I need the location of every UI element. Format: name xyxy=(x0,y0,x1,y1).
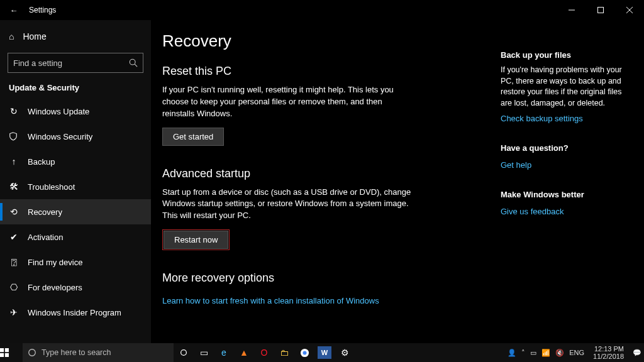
sidebar-item-troubleshoot[interactable]: 🛠 Troubleshoot xyxy=(0,174,151,199)
maximize-button[interactable] xyxy=(586,0,615,20)
sidebar-home-label: Home xyxy=(23,31,46,41)
taskbar: Type here to search ▭ e ▲ O 🗀 W ⚙ 👤 ˄ ▭ … xyxy=(0,343,644,362)
svg-point-10 xyxy=(29,349,36,356)
taskbar-search[interactable]: Type here to search xyxy=(23,343,174,362)
sidebar-item-backup[interactable]: ↑ Backup xyxy=(0,149,151,174)
page-title: Recovery xyxy=(162,31,464,51)
get-help-link[interactable]: Get help xyxy=(501,160,531,170)
task-view-icon[interactable]: ▭ xyxy=(194,343,214,362)
sidebar-item-label: Backup xyxy=(28,157,55,167)
volume-icon[interactable]: 🔇 xyxy=(555,349,564,357)
backup-icon: ↑ xyxy=(9,156,19,167)
action-center-icon[interactable]: 💬 xyxy=(633,349,641,357)
svg-point-11 xyxy=(181,350,187,356)
explorer-icon[interactable]: 🗀 xyxy=(274,343,294,362)
advanced-desc: Start up from a device or disc (such as … xyxy=(162,187,414,222)
sidebar: ⌂ Home Find a setting Update & Security … xyxy=(0,20,151,343)
close-button[interactable] xyxy=(615,0,644,20)
search-icon xyxy=(129,58,138,67)
backup-link[interactable]: Check backup settings xyxy=(501,114,583,123)
sidebar-item-for-developers[interactable]: ⎔ For developers xyxy=(0,275,151,300)
feedback-link[interactable]: Give us feedback xyxy=(501,207,564,216)
back-button[interactable]: ← xyxy=(6,6,21,15)
sidebar-item-recovery[interactable]: ⟲ Recovery xyxy=(0,199,151,224)
titlebar: ← Settings xyxy=(0,0,644,20)
word-icon[interactable]: W xyxy=(318,346,331,359)
home-icon: ⌂ xyxy=(9,31,14,41)
sidebar-item-windows-security[interactable]: Windows Security xyxy=(0,124,151,149)
sidebar-item-label: Windows Security xyxy=(28,132,92,141)
cortana-mic-icon[interactable] xyxy=(174,343,194,362)
vlc-icon[interactable]: ▲ xyxy=(234,343,254,362)
feedback-title: Make Windows better xyxy=(501,190,633,199)
chrome-icon[interactable] xyxy=(294,343,314,362)
sidebar-item-label: Recovery xyxy=(28,207,62,217)
right-column: Back up your files If you're having prob… xyxy=(501,31,633,343)
language-indicator[interactable]: ENG xyxy=(569,349,584,356)
sidebar-item-label: For developers xyxy=(28,283,82,292)
restart-now-button[interactable]: Restart now xyxy=(164,231,228,249)
wrench-icon: 🛠 xyxy=(9,182,19,192)
svg-rect-8 xyxy=(0,353,4,357)
question-title: Have a question? xyxy=(501,143,633,153)
people-icon[interactable]: 👤 xyxy=(508,349,516,357)
sidebar-item-activation[interactable]: ✔ Activation xyxy=(0,224,151,250)
sidebar-item-label: Troubleshoot xyxy=(28,182,75,192)
sidebar-item-windows-update[interactable]: ↻ Windows Update xyxy=(0,99,151,124)
developers-icon: ⎔ xyxy=(9,282,19,292)
minimize-button[interactable] xyxy=(557,0,586,20)
wifi-icon[interactable]: 📶 xyxy=(541,349,550,357)
get-started-button[interactable]: Get started xyxy=(162,128,224,146)
sidebar-item-label: Activation xyxy=(28,233,63,242)
taskbar-search-placeholder: Type here to search xyxy=(42,348,111,357)
settings-icon[interactable]: ⚙ xyxy=(335,343,355,362)
settings-search[interactable]: Find a setting xyxy=(8,53,143,73)
restart-highlight: Restart now xyxy=(162,229,230,250)
start-button[interactable] xyxy=(0,348,23,357)
content: Recovery Reset this PC If your PC isn't … xyxy=(162,31,464,343)
clock-time: 12:13 PM xyxy=(593,345,624,353)
svg-point-4 xyxy=(130,59,135,65)
system-tray[interactable]: 👤 ˄ ▭ 📶 🔇 ENG 12:13 PM 11/2/2018 💬 xyxy=(508,345,644,360)
svg-rect-1 xyxy=(598,8,604,13)
sidebar-item-label: Windows Insider Program xyxy=(28,308,121,317)
insider-icon: ✈ xyxy=(9,307,19,317)
svg-rect-6 xyxy=(0,348,4,352)
recovery-icon: ⟲ xyxy=(9,207,19,217)
battery-icon[interactable]: ▭ xyxy=(530,349,536,357)
sidebar-home[interactable]: ⌂ Home xyxy=(0,24,151,49)
clock[interactable]: 12:13 PM 11/2/2018 xyxy=(589,345,628,360)
cortana-icon xyxy=(28,348,36,357)
check-icon: ✔ xyxy=(9,232,19,242)
edge-icon[interactable]: e xyxy=(214,343,234,362)
advanced-title: Advanced startup xyxy=(162,167,464,180)
clock-date: 11/2/2018 xyxy=(593,353,624,360)
shield-icon xyxy=(9,132,19,141)
svg-rect-9 xyxy=(5,353,9,357)
reset-desc: If your PC isn't running well, resetting… xyxy=(162,84,414,120)
more-title: More recovery options xyxy=(162,272,464,285)
sidebar-item-insider[interactable]: ✈ Windows Insider Program xyxy=(0,300,151,325)
tray-chevron-icon[interactable]: ˄ xyxy=(521,349,525,357)
sidebar-category: Update & Security xyxy=(0,79,151,99)
sync-icon: ↻ xyxy=(9,106,19,116)
window-title: Settings xyxy=(29,6,56,14)
restart-now-label: Restart now xyxy=(174,235,218,244)
sidebar-item-label: Windows Update xyxy=(28,107,89,116)
svg-line-5 xyxy=(135,64,137,67)
get-started-label: Get started xyxy=(173,132,213,141)
backup-desc: If you're having problems with your PC, … xyxy=(501,65,633,109)
location-icon: ⍰ xyxy=(9,257,19,267)
backup-title: Back up your files xyxy=(501,50,633,60)
svg-rect-7 xyxy=(5,348,9,352)
opera-icon[interactable]: O xyxy=(254,343,274,362)
svg-point-13 xyxy=(303,351,306,354)
fresh-install-link[interactable]: Learn how to start fresh with a clean in… xyxy=(162,296,379,305)
search-placeholder: Find a setting xyxy=(13,58,62,68)
reset-title: Reset this PC xyxy=(162,65,464,78)
sidebar-item-find-my-device[interactable]: ⍰ Find my device xyxy=(0,250,151,275)
sidebar-item-label: Find my device xyxy=(28,258,82,267)
